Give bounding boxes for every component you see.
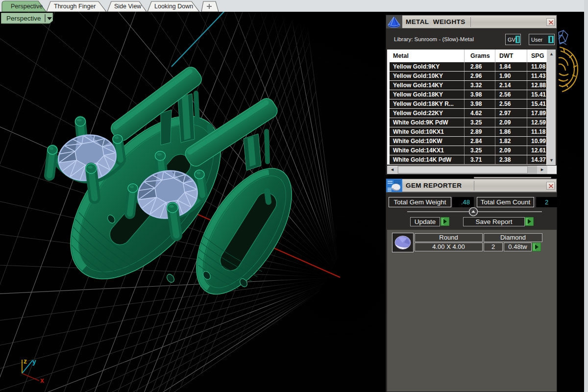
svg-text:Looking Down: Looking Down bbox=[154, 3, 193, 10]
svg-text:Perspective: Perspective bbox=[6, 15, 41, 22]
svg-text:x: x bbox=[40, 376, 44, 384]
svg-text:y: y bbox=[32, 358, 36, 366]
svg-text:Through Finger: Through Finger bbox=[54, 3, 96, 10]
svg-text:Perspective: Perspective bbox=[11, 3, 43, 10]
svg-text:z: z bbox=[24, 357, 27, 365]
svg-text:Side View: Side View bbox=[114, 3, 142, 10]
